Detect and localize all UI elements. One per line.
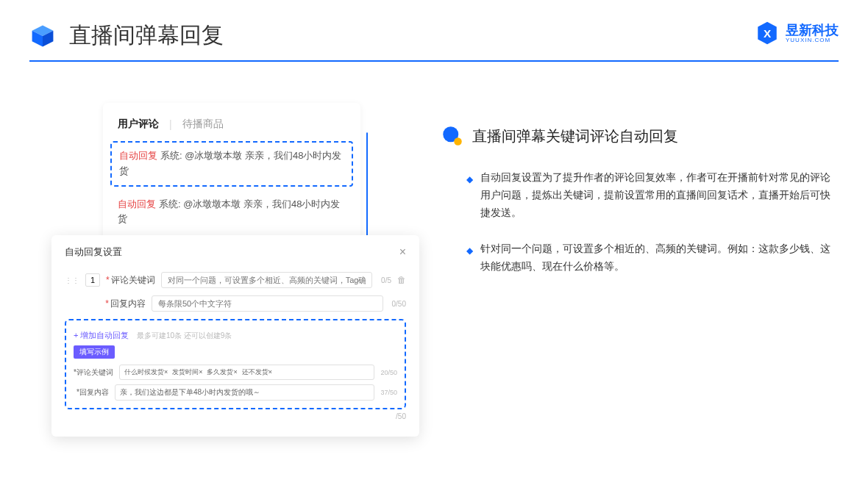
page-header: 直播间弹幕回复 [0,0,868,51]
chip-input[interactable]: 什么时候发货× 发货时间× 多久发货× 还不发货× [119,365,375,380]
comment-item: 自动回复系统: @冰墩墩本墩 亲亲，我们48小时内发货 [110,141,353,187]
right-panel: 直播间弹幕关键词评论自动回复 ◆ 自动回复设置为了提升作者的评论回复效率，作者可… [427,73,868,488]
content-row: *回复内容 0/50 [65,295,406,312]
keyword-chip: 什么时候发货× [124,367,168,377]
keyword-input[interactable] [161,272,372,288]
brand-logo: X 昱新科技YUUXIN.COM [755,21,839,46]
auto-reply-tag: 自动回复 [119,150,157,161]
svg-point-5 [454,137,462,146]
add-reply-link[interactable]: + 增加自动回复 [74,331,129,340]
section-title: 直播间弹幕关键词评论自动回复 [441,125,839,147]
tab-separator: | [169,118,172,130]
char-count: 37/50 [380,389,397,396]
char-count: 0/5 [381,276,391,284]
content-input[interactable] [152,295,383,312]
outer-count: /50 [65,412,406,420]
index-badge: 1 [85,273,100,287]
tab-user-comments[interactable]: 用户评论 [118,118,159,131]
tab-pending-goods[interactable]: 待播商品 [182,118,224,131]
comment-item: 自动回复系统: @冰墩墩本墩 亲亲，我们48小时内发货 [118,190,346,235]
page-title: 直播间弹幕回复 [69,21,224,51]
trash-icon[interactable]: 🗑 [397,275,406,285]
cube-icon [29,23,56,49]
example-box: + 增加自动回复 最多可建10条 还可以创建9条 填写示例 *评论关键词 什么时… [65,319,406,409]
char-count: 0/50 [392,300,406,308]
bullet-item: ◆ 针对同一个问题，可设置多个相近的、高频的关键词。例如：这款多少钱、这块能优惠… [441,240,839,276]
brand-icon: X [755,21,780,46]
field-label: *回复内容 [104,298,146,310]
keyword-row: ⋮⋮ 1 *评论关键词 0/5 🗑 [65,272,406,288]
header-divider [29,60,839,62]
comment-tabs: 用户评论 | 待播商品 [118,118,346,131]
content-display[interactable]: 亲，我们这边都是下单48小时内发货的哦～ [115,384,374,401]
bubble-icon [441,125,463,147]
settings-title: 自动回复设置 [65,245,122,259]
settings-card: 自动回复设置 × ⋮⋮ 1 *评论关键词 0/5 🗑 *回复内容 0/50 + … [51,235,419,437]
svg-text:X: X [764,27,772,40]
add-hint: 最多可建10条 还可以创建9条 [137,331,232,340]
example-keyword-row: *评论关键词 什么时候发货× 发货时间× 多久发货× 还不发货× 20/50 [74,365,397,380]
keyword-chip: 发货时间× [172,367,202,377]
close-icon[interactable]: × [399,245,406,259]
example-badge: 填写示例 [74,345,115,359]
diamond-icon: ◆ [466,243,473,276]
bullet-item: ◆ 自动回复设置为了提升作者的评论回复效率，作者可在开播前针对常见的评论用户问题… [441,169,839,221]
auto-reply-tag: 自动回复 [118,198,156,209]
keyword-chip: 还不发货× [242,367,272,377]
keyword-chip: 多久发货× [207,367,237,377]
left-panel: 用户评论 | 待播商品 自动回复系统: @冰墩墩本墩 亲亲，我们48小时内发货 … [0,73,427,488]
char-count: 20/50 [380,369,397,376]
field-label: *评论关键词 [106,274,155,287]
example-content-row: *回复内容 亲，我们这边都是下单48小时内发货的哦～ 37/50 [74,384,397,401]
drag-handle-icon[interactable]: ⋮⋮ [65,276,79,284]
diamond-icon: ◆ [466,172,473,221]
